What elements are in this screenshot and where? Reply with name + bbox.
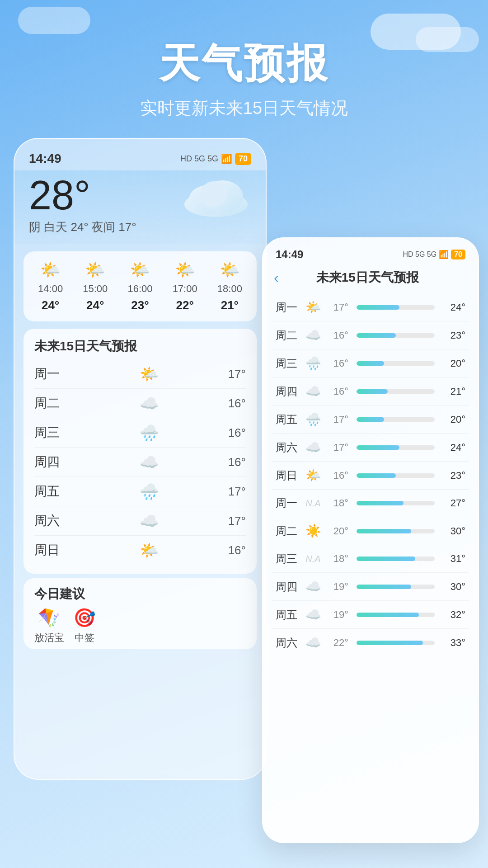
left-status-bar: 14:49 HD 5G 5G 📶 70: [14, 139, 266, 170]
right-low-0: 17°: [326, 302, 348, 313]
right-day-5: 周六: [276, 440, 300, 455]
right-day-6: 周日: [276, 468, 300, 483]
left-wifi-icon: 📶: [221, 153, 232, 164]
right-day-0: 周一: [276, 300, 300, 315]
right-day-4: 周五: [276, 412, 300, 427]
right-high-12: 33°: [443, 637, 465, 649]
left-hourly-temp-1: 24°: [86, 298, 104, 312]
left-hourly-item-3: 🌤️ 17:00 22°: [173, 260, 197, 312]
right-bar-1: [357, 333, 435, 338]
left-forecast-day-5: 周六: [34, 512, 70, 529]
right-status-bar: 14:49 HD 5G 5G 📶 70: [263, 238, 478, 264]
right-day-11: 周五: [276, 608, 300, 622]
right-icon-1: ☁️: [304, 328, 322, 343]
right-low-1: 16°: [326, 330, 348, 341]
left-hourly-temp-3: 22°: [176, 298, 193, 312]
right-status-time: 14:49: [276, 248, 303, 261]
right-low-12: 22°: [326, 637, 348, 649]
advice-label-0: 放活宝: [34, 631, 64, 645]
right-forecast-row-8: 周二 ☀️ 20° 30°: [272, 517, 469, 545]
left-forecast-row-0: 周一 🌤️ 17°: [34, 359, 246, 389]
right-forecast-row-3: 周四 ☁️ 16° 21°: [272, 377, 469, 406]
phone-right: 14:49 HD 5G 5G 📶 70 ‹ 未来15日天气预报 周一 🌤️ 17…: [262, 237, 479, 843]
left-hourly-strip: 🌤️ 14:00 24° 🌤️ 15:00 24° 🌤️ 16:00 23° 🌤…: [23, 251, 257, 321]
left-forecast-icon-6: 🌤️: [140, 541, 159, 559]
right-bar-6: [357, 473, 435, 478]
left-forecast-icon-3: ☁️: [140, 453, 159, 471]
left-forecast-icon-1: ☁️: [140, 394, 159, 412]
right-battery-badge: 70: [451, 250, 465, 259]
left-weather-desc: 阴 白天 24° 夜间 17°: [29, 219, 251, 235]
right-icon-3: ☁️: [304, 384, 322, 399]
right-bar-fill-7: [357, 501, 404, 505]
right-low-5: 17°: [326, 442, 348, 453]
right-high-10: 30°: [443, 581, 465, 593]
right-icon-2: 🌧️: [304, 356, 322, 371]
right-high-0: 24°: [443, 302, 465, 313]
left-hourly-item-4: 🌤️ 18:00 21°: [217, 260, 242, 312]
left-forecast-day-6: 周日: [34, 542, 70, 559]
app-title: 天气预报: [0, 36, 488, 91]
right-high-5: 24°: [443, 442, 465, 453]
right-low-11: 19°: [326, 609, 348, 621]
right-forecast-row-11: 周五 ☁️ 19° 32°: [272, 601, 469, 629]
app-subtitle: 实时更新未来15日天气情况: [0, 97, 488, 120]
left-forecast-row-3: 周四 ☁️ 16°: [34, 448, 246, 477]
left-forecast-day-1: 周二: [34, 395, 70, 412]
right-day-8: 周二: [276, 524, 300, 538]
left-hourly-item-2: 🌤️ 16:00 23°: [127, 260, 152, 312]
left-forecast-icon-5: ☁️: [140, 512, 159, 530]
right-bar-fill-12: [357, 641, 423, 645]
right-wifi-icon: 📶: [439, 250, 449, 259]
right-header-title: 未来15日天气预报: [286, 269, 449, 286]
left-forecast-temp-4: 17°: [228, 485, 246, 499]
left-forecast-temp-3: 16°: [228, 455, 246, 469]
left-hourly-time-2: 16:00: [127, 283, 152, 295]
right-na-9: N.A: [304, 554, 322, 564]
left-hourly-icon-0: 🌤️: [40, 260, 61, 279]
right-icon-6: 🌤️: [304, 468, 322, 483]
right-high-6: 23°: [443, 470, 465, 481]
left-hourly-temp-0: 24°: [42, 298, 59, 312]
right-forecast-row-4: 周五 🌧️ 17° 20°: [272, 406, 469, 434]
phones-container: 14:49 HD 5G 5G 📶 70 28° 阴 白天 24° 夜间 17°: [0, 138, 488, 830]
advice-item-0: 🪁 放活宝: [34, 607, 64, 645]
right-high-8: 30°: [443, 525, 465, 537]
right-low-8: 20°: [326, 525, 348, 537]
right-icon-4: 🌧️: [304, 412, 322, 427]
left-signal-text: HD 5G 5G: [180, 154, 218, 164]
right-low-6: 16°: [326, 470, 348, 481]
left-forecast-temp-0: 17°: [228, 367, 246, 381]
advice-item-1: 🎯 中签: [73, 607, 96, 645]
right-low-3: 16°: [326, 386, 348, 397]
right-high-7: 27°: [443, 497, 465, 509]
left-status-icons: HD 5G 5G 📶 70: [180, 153, 251, 165]
right-status-icons: HD 5G 5G 📶 70: [403, 250, 465, 259]
left-forecast-icon-4: 🌧️: [140, 482, 159, 500]
left-forecast-temp-2: 16°: [228, 426, 246, 440]
right-icon-0: 🌤️: [304, 300, 322, 315]
left-forecast-row-6: 周日 🌤️ 16°: [34, 536, 246, 565]
right-day-10: 周四: [276, 580, 300, 594]
right-forecast-row-0: 周一 🌤️ 17° 24°: [272, 293, 469, 321]
advice-label-1: 中签: [75, 631, 94, 645]
right-forecast-row-1: 周二 ☁️ 16° 23°: [272, 321, 469, 349]
right-bar-fill-5: [357, 445, 399, 450]
right-low-10: 19°: [326, 581, 348, 593]
right-high-3: 21°: [443, 386, 465, 397]
left-hourly-item-0: 🌤️ 14:00 24°: [38, 260, 63, 312]
right-day-1: 周二: [276, 328, 300, 343]
back-button[interactable]: ‹: [274, 269, 279, 286]
right-bar-fill-9: [357, 557, 415, 561]
left-hourly-temp-4: 21°: [221, 298, 239, 312]
right-bar-5: [357, 445, 435, 450]
left-forecast-temp-5: 17°: [228, 514, 246, 528]
phone-left: 14:49 HD 5G 5G 📶 70 28° 阴 白天 24° 夜间 17°: [14, 138, 267, 780]
left-advice-section: 今日建议 🪁 放活宝 🎯 中签: [23, 578, 257, 649]
right-high-2: 20°: [443, 358, 465, 369]
left-hourly-icon-4: 🌤️: [220, 260, 240, 279]
right-low-2: 16°: [326, 358, 348, 369]
left-battery-badge: 70: [235, 153, 251, 165]
right-forecast-list: 周一 🌤️ 17° 24° 周二 ☁️ 16° 23° 周三: [263, 293, 478, 656]
right-forecast-row-2: 周三 🌧️ 16° 20°: [272, 349, 469, 377]
